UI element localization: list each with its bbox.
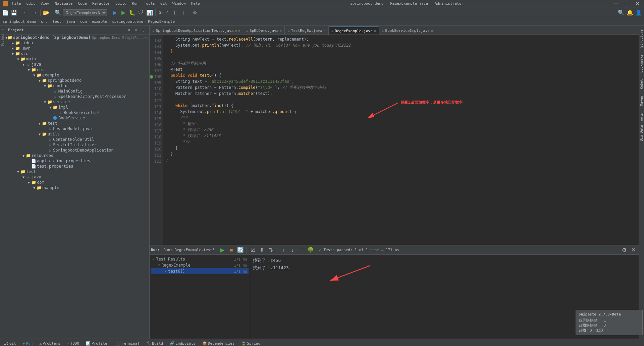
tree-spelbfpp[interactable]: ☕ SpelBeanFactoryPostProcessor — [5, 94, 149, 99]
tab-regexexample[interactable]: ☕ RegexExample.java ✕ — [329, 26, 379, 35]
run-tree-regexexample[interactable]: ✓ RegexExample 171 ms — [151, 262, 249, 268]
menu-window[interactable]: Window — [170, 1, 188, 6]
menu-refactor[interactable]: Refactor — [90, 1, 112, 6]
tree-main[interactable]: ▼ 📁 main — [5, 56, 149, 62]
run-expand-btn[interactable]: ⇕ — [258, 246, 266, 254]
tree-test-com[interactable]: ▼ 📁 com — [5, 180, 149, 185]
tree-bookservice[interactable]: 🔷 BookService — [5, 115, 149, 121]
run-tree-test6[interactable]: ✓ test6() 171 ms — [151, 268, 249, 274]
tree-main-java[interactable]: ▼ ☕ java — [5, 62, 149, 67]
run-filter-btn[interactable]: ☑ — [249, 246, 257, 254]
run-tab[interactable]: ▶ Run — [20, 341, 36, 346]
menu-navigate[interactable]: Navigate — [53, 1, 75, 6]
notifications-button[interactable]: 🔔 — [626, 9, 634, 17]
project-sidebar-tab[interactable]: Project ▸ — [1, 27, 5, 47]
run-tree-results[interactable]: ✓ Test Results 171 ms — [151, 256, 249, 262]
right-tab-maven[interactable]: Maven — [639, 93, 644, 109]
run-close-btn[interactable]: ✕ — [629, 246, 637, 254]
tree-test-properties[interactable]: 📄 test.properties — [5, 164, 149, 169]
right-tab-bookmarks[interactable]: Bookmarks — [639, 52, 644, 75]
search-everywhere-button[interactable]: 🔍 — [54, 9, 62, 17]
run-rerun-btn[interactable]: 🔄 — [236, 246, 245, 254]
tree-src[interactable]: ▼ 📁 src — [5, 51, 149, 56]
run-export-btn[interactable]: ↑ — [279, 246, 287, 254]
breadcrumb-example[interactable]: example — [92, 19, 107, 24]
tree-com[interactable]: ▼ 📁 com — [5, 67, 149, 72]
tree-test-java[interactable]: ▼ ☕ java — [5, 174, 149, 180]
menu-edit[interactable]: Edit — [24, 1, 38, 6]
tree-springbootdemoapp[interactable]: ☕ SpringbootDemoApplication — [5, 148, 149, 153]
push-button[interactable]: ↑ — [170, 9, 178, 17]
close-tab-4[interactable]: ✕ — [374, 29, 376, 33]
project-settings-btn[interactable]: ⚙ — [126, 27, 132, 33]
tree-app-properties[interactable]: 📄 application.properties — [5, 158, 149, 164]
save-button[interactable]: 💾 — [10, 9, 18, 17]
spring-tab[interactable]: 🍃 Spring — [238, 341, 263, 346]
tree-test-pkg[interactable]: ▼ 📁 test — [5, 121, 149, 126]
tree-service[interactable]: ▼ 📁 service — [5, 99, 149, 105]
breadcrumb-project[interactable]: springboot-demo — [3, 19, 36, 24]
run-tree-btn[interactable]: 🌳 — [307, 246, 315, 254]
run-import-btn[interactable]: ↓ — [288, 246, 297, 254]
code-content[interactable]: String newText = text.replaceAll(pattern… — [163, 35, 639, 245]
run-stop-btn[interactable]: ■ — [227, 246, 235, 254]
window-controls[interactable]: ─ □ ✕ — [612, 0, 641, 8]
tree-resources[interactable]: ▼ 📁 resources — [5, 153, 149, 158]
debug-button[interactable]: 🐛 — [128, 9, 136, 17]
tab-springbootdemoapptests[interactable]: ☕ SpringbootDemoApplicationTests.java ✕ … — [150, 26, 243, 35]
menu-git[interactable]: Git — [158, 1, 169, 6]
build-button[interactable]: ▶ — [111, 9, 119, 17]
tree-root[interactable]: ▼ 📁 springboot-demo [SpringbootDemo] Spr… — [5, 35, 149, 40]
profile-button[interactable]: 📊 — [146, 9, 154, 17]
close-tab-1[interactable]: ✕ — [235, 29, 237, 33]
run-config-dropdown[interactable]: RegexExample.test6 — [63, 9, 107, 16]
tree-lessonmodel[interactable]: ☕ LessonModel.java — [5, 126, 149, 131]
menu-view[interactable]: View — [39, 1, 52, 6]
settings-button[interactable]: ⚙ — [191, 9, 199, 17]
tree-impl[interactable]: ▼ 📁 impl — [5, 105, 149, 110]
close-tab-3[interactable]: ✕ — [324, 29, 326, 33]
minimize-button[interactable]: ─ — [612, 0, 620, 8]
tab-speldemo[interactable]: ☕ SpELDemo.java ✕ — [243, 26, 285, 35]
breadcrumb-springbootdemo[interactable]: springbootdemo — [112, 19, 143, 24]
account-button[interactable]: 👤 — [635, 9, 643, 17]
endpoints-tab[interactable]: 🔗 Endpoints — [167, 341, 198, 346]
tree-utils[interactable]: ▼ 📁 utils — [5, 131, 149, 137]
back-button[interactable]: ← — [22, 9, 30, 17]
pull-button[interactable]: ↓ — [179, 9, 187, 17]
right-tab-bigdata[interactable]: Big Data Tools — [639, 110, 644, 144]
breadcrumb-src[interactable]: src — [41, 19, 48, 24]
dependencies-tab[interactable]: 📦 Dependencies — [200, 341, 237, 346]
tree-servletinitializer[interactable]: ☕ ServletInitializer — [5, 142, 149, 148]
tree-example[interactable]: ▼ 📁 example — [5, 72, 149, 78]
breadcrumb-test[interactable]: test — [52, 19, 61, 24]
menu-file[interactable]: File — [10, 1, 23, 6]
breadcrumb-com[interactable]: com — [80, 19, 87, 24]
project-gear-btn[interactable]: ⋮ — [141, 27, 147, 33]
tree-config[interactable]: ▼ 📁 config — [5, 83, 149, 89]
forward-button[interactable]: → — [31, 9, 39, 17]
menu-build[interactable]: Build — [113, 1, 128, 6]
search-icon-btn[interactable]: 🔍 — [617, 9, 625, 17]
close-tab-2[interactable]: ✕ — [280, 29, 282, 33]
menu-tools[interactable]: Tools — [142, 1, 157, 6]
run-button[interactable]: ▶ — [119, 9, 127, 17]
tree-mvn[interactable]: ▶ 📁 .mvn — [5, 46, 149, 51]
tree-bookserviceimpl[interactable]: ☕ BookServiceImpl — [5, 110, 149, 115]
tree-springbootdemo[interactable]: ▼ 📁 springbootdemo — [5, 78, 149, 83]
right-tab-structure[interactable]: Structure — [639, 27, 644, 50]
menu-help[interactable]: Help — [189, 1, 202, 6]
close-tab-5[interactable]: ✕ — [431, 29, 433, 33]
breadcrumb-file[interactable]: RegexExample — [148, 19, 175, 24]
maximize-button[interactable]: □ — [623, 0, 631, 8]
breadcrumb-java[interactable]: java — [66, 19, 75, 24]
menu-bar[interactable]: File Edit View Navigate Code Refactor Bu… — [10, 1, 202, 6]
new-file-button[interactable]: 📄 — [1, 9, 9, 17]
terminal-tab[interactable]: ⬛ Terminal — [113, 341, 142, 346]
build-tab[interactable]: 🔨 Build — [144, 341, 166, 346]
code-editor[interactable]: 102 103 104 105 106 107 ⬤108 109 110 111… — [150, 35, 639, 245]
run-sort-btn[interactable]: ⇅ — [267, 246, 275, 254]
menu-code[interactable]: Code — [76, 1, 89, 6]
tree-test-src[interactable]: ▼ 📁 test — [5, 169, 149, 174]
run-settings-btn[interactable]: ⚙ — [620, 246, 628, 254]
